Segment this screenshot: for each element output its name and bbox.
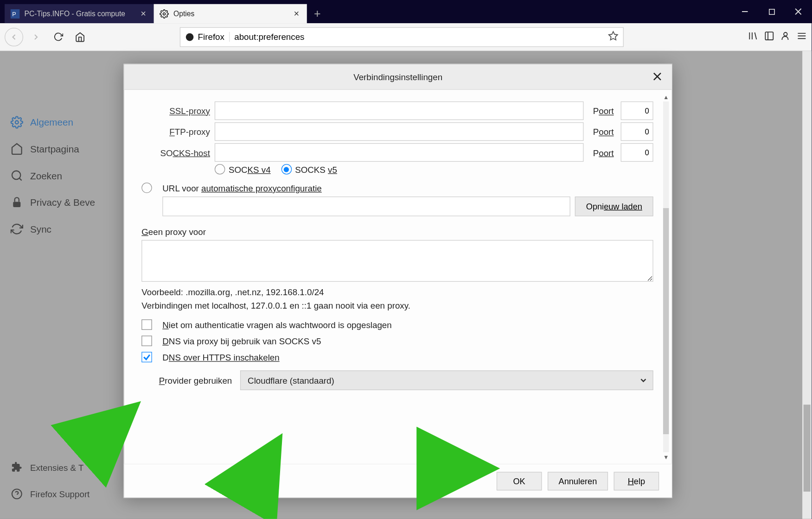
nav-toolbar: Firefox	[0, 23, 812, 51]
scroll-up-icon[interactable]: ▲	[661, 92, 671, 101]
minimize-button[interactable]	[732, 0, 759, 23]
firefox-icon	[185, 32, 194, 41]
close-tab-icon[interactable]: ×	[292, 9, 301, 18]
close-icon[interactable]	[651, 70, 664, 83]
ssl-proxy-input[interactable]	[215, 101, 584, 120]
reload-button[interactable]	[49, 27, 67, 46]
dialog-title: Verbindingsinstellingen	[353, 72, 442, 82]
socks-port-input[interactable]	[621, 143, 653, 162]
account-icon[interactable]	[780, 31, 791, 44]
noauth-checkbox[interactable]	[141, 319, 152, 330]
provider-value: Cloudflare (standaard)	[248, 375, 334, 385]
socks-v5-label: SOCKS v5	[295, 165, 337, 174]
auto-url-input[interactable]	[162, 196, 570, 216]
url-input[interactable]	[234, 32, 603, 42]
radio-icon	[281, 164, 292, 175]
window-controls	[732, 0, 812, 23]
dns-socks-label: DNS via proxy bij gebruik van SOCKS v5	[162, 336, 321, 346]
close-window-button[interactable]	[785, 0, 812, 23]
dns-https-label: DNS over HTTPS inschakelen	[162, 352, 279, 362]
dialog-scrollbar[interactable]: ▲ ▼	[661, 92, 671, 462]
port-label: Poort	[588, 106, 616, 115]
maximize-button[interactable]	[758, 0, 785, 23]
scrollbar-thumb[interactable]	[663, 208, 669, 434]
provider-label: Provider gebruiken	[159, 375, 232, 385]
tab-options[interactable]: Opties ×	[154, 4, 307, 23]
ok-button[interactable]: OK	[497, 472, 542, 490]
no-proxy-label: Geen proxy voor	[141, 227, 653, 236]
home-button[interactable]	[71, 27, 90, 46]
socks-v4-radio[interactable]: SOCKS v4	[215, 164, 271, 175]
svg-marker-8	[609, 32, 618, 40]
scrollbar-thumb[interactable]	[804, 405, 811, 492]
back-button[interactable]	[5, 27, 23, 46]
svg-text:P: P	[12, 11, 16, 17]
svg-rect-12	[765, 32, 773, 39]
tab-label: PC-Tips.INFO - Gratis compute	[25, 10, 134, 18]
ftp-port-input[interactable]	[621, 122, 653, 141]
svg-line-11	[755, 32, 757, 39]
menu-icon[interactable]	[797, 31, 807, 44]
socks-host-label: SOCKS-host	[141, 147, 210, 157]
reload-button[interactable]: Opnieuw laden	[575, 196, 653, 216]
library-icon[interactable]	[748, 31, 759, 44]
localhost-note: Verbindingen met localhost, 127.0.0.1 en…	[141, 300, 653, 310]
sidebar-toggle-icon[interactable]	[764, 31, 775, 44]
close-tab-icon[interactable]: ×	[139, 9, 148, 18]
tab-pctips[interactable]: P PC-Tips.INFO - Gratis compute ×	[5, 4, 154, 23]
svg-point-14	[784, 32, 787, 36]
svg-rect-4	[769, 9, 774, 14]
identity-label: Firefox	[198, 32, 224, 42]
example-text: Voorbeeld: .mozilla.org, .net.nz, 192.16…	[141, 287, 653, 297]
gear-icon	[160, 9, 169, 18]
page-scrollbar[interactable]	[802, 51, 812, 519]
svg-point-2	[163, 13, 166, 15]
provider-select[interactable]: Cloudflare (standaard)	[240, 370, 653, 390]
auto-url-label: URL voor automatische proxyconfiguratie	[162, 183, 322, 193]
dns-https-checkbox[interactable]	[141, 352, 152, 362]
port-label: Poort	[588, 127, 616, 136]
forward-button[interactable]	[27, 27, 45, 46]
socks-host-input[interactable]	[215, 143, 584, 162]
new-tab-button[interactable]: +	[307, 4, 328, 23]
ssl-port-input[interactable]	[621, 101, 653, 120]
noauth-label: Niet om authenticatie vragen als wachtwo…	[162, 320, 391, 329]
ftp-proxy-label: FTP-proxy	[141, 127, 210, 136]
cancel-button[interactable]: Annuleren	[548, 472, 608, 490]
help-button[interactable]: Help	[614, 472, 659, 490]
connection-settings-dialog: Verbindingsinstellingen SSL-proxy Poort …	[123, 64, 672, 498]
socks-v5-radio[interactable]: SOCKS v5	[281, 164, 337, 175]
svg-point-7	[186, 33, 194, 41]
ssl-proxy-label: SSL-proxy	[141, 106, 210, 115]
no-proxy-textarea[interactable]	[141, 240, 653, 282]
radio-icon	[215, 164, 225, 175]
scroll-down-icon[interactable]: ▼	[661, 452, 671, 462]
identity-box[interactable]: Firefox	[185, 32, 230, 42]
dns-socks-checkbox[interactable]	[141, 335, 152, 346]
bookmark-star-icon[interactable]	[608, 31, 619, 43]
titlebar: P PC-Tips.INFO - Gratis compute × Opties…	[0, 0, 812, 23]
chevron-down-icon	[640, 375, 647, 385]
dialog-footer: OK Annuleren Help	[124, 464, 672, 498]
dialog-header: Verbindingsinstellingen	[124, 64, 672, 90]
url-bar[interactable]: Firefox	[180, 27, 624, 47]
port-label: Poort	[588, 147, 616, 157]
tab-label: Opties	[173, 10, 287, 18]
content-area: Algemeen Startpagina Zoeken Privacy & Be…	[0, 51, 812, 519]
site-favicon: P	[11, 9, 20, 18]
socks-v4-label: SOCKS v4	[229, 165, 271, 174]
ftp-proxy-input[interactable]	[215, 122, 584, 141]
auto-url-radio[interactable]	[141, 183, 152, 193]
